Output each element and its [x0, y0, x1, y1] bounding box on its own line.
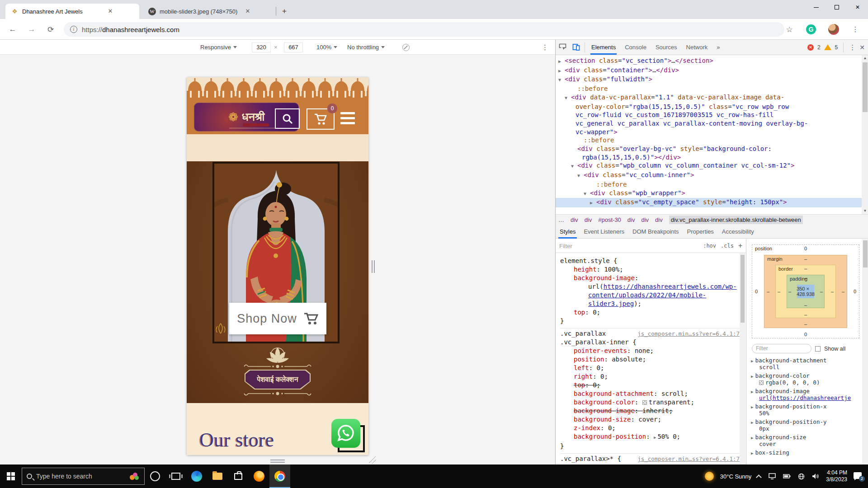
dom-tree-node[interactable]: vc-wapper">: [556, 128, 862, 136]
browser-menu-icon[interactable]: ⋮: [849, 23, 862, 36]
tray-expand-icon[interactable]: [756, 474, 762, 480]
display-tray-icon[interactable]: [768, 472, 776, 480]
dom-tree-node[interactable]: ▶<div class="container">…</div>: [556, 66, 862, 75]
zoom-select[interactable]: 100%: [316, 40, 337, 55]
bookmark-star-icon[interactable]: ☆: [783, 23, 796, 36]
computed-scrollbar[interactable]: [862, 239, 868, 465]
breadcrumb-item[interactable]: #post-30: [598, 216, 621, 223]
browser-tab-image[interactable]: W mobile-slider3.jpeg (748×750) ✕: [143, 4, 274, 19]
computed-property[interactable]: ▶background-imageurl(https://dhanashreea…: [751, 388, 867, 401]
taskbar-edge-icon[interactable]: [186, 465, 207, 488]
devtools-menu-icon[interactable]: ⋮: [849, 43, 856, 52]
taskbar-cortana-icon[interactable]: [145, 465, 165, 488]
breadcrumb-item[interactable]: …: [558, 216, 564, 223]
dom-tree-node[interactable]: ▼<div class="wpb_column vc_column_contai…: [556, 161, 862, 171]
breadcrumb-item[interactable]: div: [627, 216, 635, 223]
reload-button[interactable]: ⟳: [44, 23, 57, 36]
window-minimize-button[interactable]: [806, 0, 826, 14]
battery-tray-icon[interactable]: [783, 472, 791, 480]
breadcrumb-item[interactable]: div: [641, 216, 649, 223]
viewport-resize-handle-bottom[interactable]: [270, 460, 285, 463]
devtools-tab-elements[interactable]: Elements: [587, 40, 620, 55]
computed-filter-input[interactable]: Filter: [752, 344, 811, 353]
computed-property[interactable]: ▶background-attachmentscroll: [751, 357, 867, 371]
stylesheet-link[interactable]: js_composer.min…ss?ver=6.4.1:7: [637, 329, 740, 338]
device-mode-select[interactable]: Responsive: [200, 40, 237, 55]
viewport-height-input[interactable]: 667: [284, 40, 303, 55]
taskbar-taskview-icon[interactable]: [165, 465, 186, 488]
inspect-element-icon[interactable]: [556, 40, 569, 55]
breadcrumb-item[interactable]: div: [585, 216, 592, 223]
dom-tree-node[interactable]: ▼<div class="vc_column-inner">: [556, 171, 862, 180]
computed-properties-list[interactable]: ▶background-attachmentscroll▶background-…: [746, 357, 868, 456]
sidebar-tab-properties[interactable]: Properties: [683, 225, 718, 239]
css-rules-list[interactable]: element.style {height: 100%;background-i…: [556, 253, 746, 465]
sidebar-tab-styles[interactable]: Styles: [556, 225, 580, 239]
error-icon[interactable]: ✕: [807, 44, 814, 51]
computed-property[interactable]: ▶box-sizing: [751, 449, 867, 456]
dom-tree-node[interactable]: ▶<div class="vc_empty_space" style="heig…: [556, 198, 862, 207]
forward-button[interactable]: →: [25, 23, 38, 36]
hamburger-menu-icon[interactable]: [340, 112, 355, 124]
grammarly-extension-icon[interactable]: G: [805, 23, 817, 36]
window-maximize-button[interactable]: [826, 0, 847, 14]
back-button[interactable]: ←: [6, 23, 19, 36]
dom-tree-node[interactable]: rgba(15,15,15,0.5)"></div>: [556, 153, 862, 162]
notification-center-icon[interactable]: 2: [854, 472, 863, 480]
whatsapp-icon[interactable]: [331, 419, 360, 448]
computed-property[interactable]: ▶background-position-y0px: [751, 418, 867, 432]
weather-text[interactable]: 30°C Sunny: [720, 473, 752, 480]
devtools-more-tabs-icon[interactable]: »: [712, 40, 724, 55]
taskbar-search-box[interactable]: Type here to search: [22, 468, 145, 485]
breadcrumb[interactable]: …divdiv#post-30divdivdivdiv.vc_parallax-…: [556, 214, 868, 225]
devtools-close-icon[interactable]: ✕: [859, 44, 865, 51]
dom-tree-node[interactable]: ▶<section class="vc_section">…</section>: [556, 56, 862, 66]
address-bar[interactable]: i https://dhanashreeartjewels.com: [64, 22, 784, 37]
css-rule[interactable]: .vc_parallax>* {js_composer.min…ss?ver=6…: [560, 454, 740, 465]
dom-tree-node[interactable]: ▼<div data-vc-parallax="1.1" data-vc-par…: [556, 93, 862, 103]
elements-tree[interactable]: ▶<section class="vc_section">…</section>…: [556, 55, 862, 214]
dom-tree-node[interactable]: ::before: [556, 84, 862, 93]
tab-close-icon[interactable]: ✕: [244, 7, 252, 15]
viewport-resize-handle-right[interactable]: [372, 260, 375, 273]
network-tray-icon[interactable]: [797, 472, 805, 480]
dom-tree-node[interactable]: ▼<div class="fullwidth">: [556, 75, 862, 84]
show-all-checkbox[interactable]: [815, 346, 821, 352]
profile-avatar[interactable]: [827, 23, 840, 36]
taskbar-file-explorer-icon[interactable]: [207, 465, 228, 488]
throttling-select[interactable]: No throttling: [347, 40, 385, 55]
device-toolbar-menu-icon[interactable]: ⋮: [542, 40, 548, 55]
window-close-button[interactable]: ✕: [847, 0, 868, 14]
dom-tree-node[interactable]: ▼<div class="wpb_wrapper">: [556, 189, 862, 198]
elements-scrollbar[interactable]: ▲ ▼: [862, 55, 868, 214]
computed-property[interactable]: ▶background-sizecover: [751, 434, 867, 447]
browser-tab-dhanashree[interactable]: ❖ Dhanashree Art Jewels ✕: [5, 4, 139, 19]
warning-icon[interactable]: [824, 44, 831, 50]
whatsapp-widget[interactable]: [331, 419, 367, 454]
volume-tray-icon[interactable]: [811, 472, 820, 480]
sidebar-tab-event-listeners[interactable]: Event Listeners: [580, 225, 628, 239]
new-style-rule-button[interactable]: +: [738, 242, 742, 250]
css-rule[interactable]: element.style {height: 100%;background-i…: [560, 256, 740, 328]
viewport-resize-handle-corner[interactable]: [369, 456, 376, 464]
taskbar-chrome-icon[interactable]: [269, 465, 290, 488]
hover-state-toggle[interactable]: :hov: [703, 243, 716, 249]
dom-tree-node[interactable]: vc_general vc_parallax vc_parallax-conte…: [556, 119, 862, 128]
breadcrumb-item[interactable]: div: [655, 216, 663, 223]
viewport-width-input[interactable]: 320: [252, 40, 271, 55]
header-search-button[interactable]: [275, 108, 300, 129]
stylesheet-link[interactable]: js_composer.min…ss?ver=6.4.1:7: [637, 455, 740, 463]
dom-tree-node[interactable]: vc_row-fluid vc_custom_1671897003515 vc_…: [556, 111, 862, 119]
breadcrumb-item[interactable]: div.vc_parallax-inner.skrollable.skrolla…: [669, 216, 803, 224]
taskbar-firefox-icon[interactable]: [249, 465, 269, 488]
computed-property[interactable]: ▶background-colorrgba(0, 0, 0, 0): [751, 372, 867, 386]
breadcrumb-item[interactable]: div: [571, 216, 578, 223]
shop-now-button[interactable]: Shop Now: [229, 303, 326, 334]
site-info-icon[interactable]: i: [70, 26, 77, 33]
dom-tree-node[interactable]: ::before: [556, 180, 862, 189]
taskbar-clock[interactable]: 4:04 PM 3/8/2023: [826, 469, 847, 483]
styles-scrollbar[interactable]: [740, 253, 745, 465]
devtools-tab-network[interactable]: Network: [682, 40, 712, 55]
styles-filter-input[interactable]: Filter: [559, 243, 698, 249]
sidebar-tab-dom-breakpoints[interactable]: DOM Breakpoints: [628, 225, 683, 239]
